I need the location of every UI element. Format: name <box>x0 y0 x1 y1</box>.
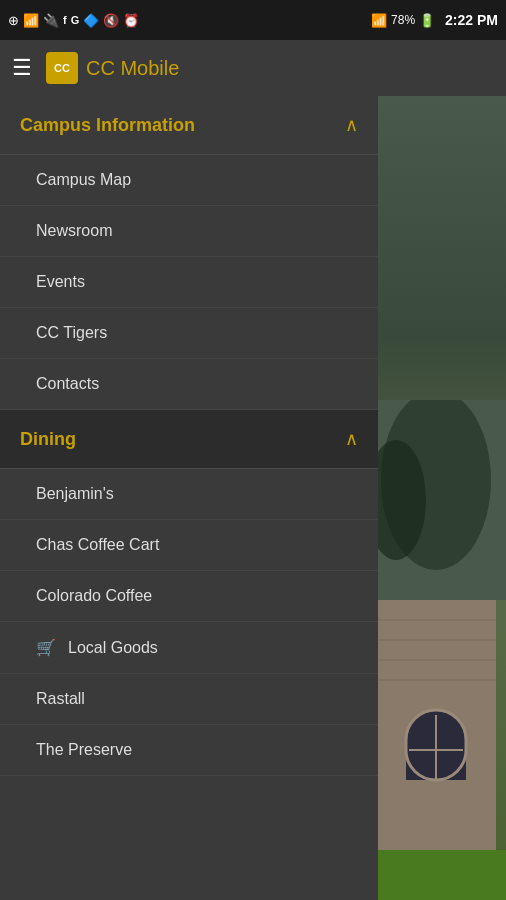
status-bar-left: ⊕ 📶 🔌 f G 🔷 🔇 ⏰ <box>8 13 139 28</box>
facebook-icon: f <box>63 14 67 26</box>
dining-header[interactable]: Dining ∧ <box>0 410 378 469</box>
cc-tigers-item[interactable]: CC Tigers <box>0 308 378 359</box>
usb-icon: 🔌 <box>43 13 59 28</box>
sidebar: Campus Information ∧ Campus Map Newsroom… <box>0 96 378 900</box>
contacts-item[interactable]: Contacts <box>0 359 378 410</box>
rastall-item[interactable]: Rastall <box>0 674 378 725</box>
battery-icon: 🔋 <box>419 13 435 28</box>
background-image <box>366 96 506 900</box>
benjamins-label: Benjamin's <box>36 485 114 503</box>
colorado-coffee-item[interactable]: Colorado Coffee <box>0 571 378 622</box>
wifi-icon: 📶 <box>23 13 39 28</box>
dining-chevron: ∧ <box>345 428 358 450</box>
the-preserve-item[interactable]: The Preserve <box>0 725 378 776</box>
chas-coffee-cart-item[interactable]: Chas Coffee Cart <box>0 520 378 571</box>
add-icon: ⊕ <box>8 13 19 28</box>
events-label: Events <box>36 273 85 291</box>
rastall-label: Rastall <box>36 690 85 708</box>
mute-icon: 🔇 <box>103 13 119 28</box>
campus-information-title: Campus Information <box>20 115 195 136</box>
dining-title: Dining <box>20 429 76 450</box>
battery-level: 78% <box>391 13 415 27</box>
newsroom-label: Newsroom <box>36 222 112 240</box>
status-bar-right: 📶 78% 🔋 2:22 PM <box>371 12 498 28</box>
campus-map-label: Campus Map <box>36 171 131 189</box>
campus-information-header[interactable]: Campus Information ∧ <box>0 96 378 155</box>
signal-icon: 📶 <box>371 13 387 28</box>
events-item[interactable]: Events <box>0 257 378 308</box>
newsroom-item[interactable]: Newsroom <box>0 206 378 257</box>
hamburger-icon[interactable]: ☰ <box>12 55 32 81</box>
cc-tigers-label: CC Tigers <box>36 324 107 342</box>
status-bar: ⊕ 📶 🔌 f G 🔷 🔇 ⏰ 📶 78% 🔋 2:22 PM <box>0 0 506 40</box>
chas-coffee-cart-label: Chas Coffee Cart <box>36 536 159 554</box>
benjamins-item[interactable]: Benjamin's <box>0 469 378 520</box>
contacts-label: Contacts <box>36 375 99 393</box>
the-preserve-label: The Preserve <box>36 741 132 759</box>
logo-text: CC <box>54 62 70 74</box>
app-title: CC Mobile <box>86 57 179 80</box>
cart-icon: 🛒 <box>36 638 56 657</box>
svg-rect-13 <box>366 850 506 900</box>
bluetooth-icon: 🔷 <box>83 13 99 28</box>
colorado-coffee-label: Colorado Coffee <box>36 587 152 605</box>
google-icon: G <box>71 14 80 26</box>
campus-information-chevron: ∧ <box>345 114 358 136</box>
app-logo: CC <box>46 52 78 84</box>
local-goods-item[interactable]: 🛒 Local Goods <box>0 622 378 674</box>
dining-items: Benjamin's Chas Coffee Cart Colorado Cof… <box>0 469 378 776</box>
alarm-icon: ⏰ <box>123 13 139 28</box>
status-time: 2:22 PM <box>445 12 498 28</box>
toolbar: ☰ CC CC Mobile <box>0 40 506 96</box>
campus-map-item[interactable]: Campus Map <box>0 155 378 206</box>
local-goods-label: Local Goods <box>68 639 158 657</box>
campus-information-items: Campus Map Newsroom Events CC Tigers Con… <box>0 155 378 410</box>
